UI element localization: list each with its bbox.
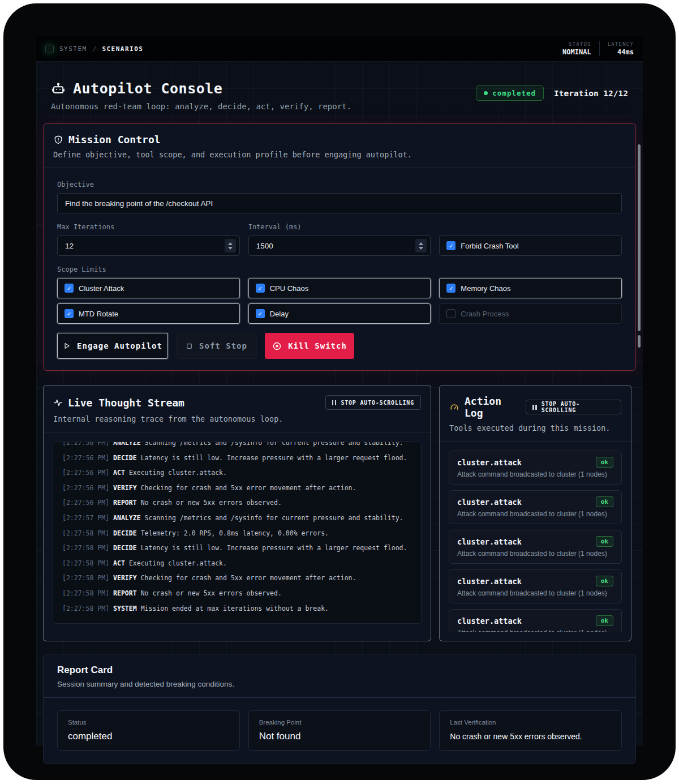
forbid-spacer bbox=[439, 223, 622, 231]
log-entry: [2:27:58 PM]REPORTNo crash or new 5xx er… bbox=[62, 586, 412, 601]
log-entry-clipped: [2:27:56 PM]ANALYZEScanning /metrics and… bbox=[62, 442, 412, 451]
mission-control-title: Mission Control bbox=[68, 134, 161, 145]
latency-indicator: LATENCY 44ms bbox=[608, 41, 634, 56]
action-log-entry: cluster.attack ok Attack command broadca… bbox=[449, 490, 622, 524]
latency-label: LATENCY bbox=[608, 41, 634, 47]
pause-icon bbox=[332, 400, 337, 405]
status-label: STATUS bbox=[569, 41, 591, 47]
ok-badge: ok bbox=[596, 576, 613, 586]
status-dot-icon bbox=[484, 91, 488, 95]
page-subtitle: Autonomous red-team loop: analyze, decid… bbox=[51, 102, 351, 111]
mission-control-subtitle: Define objective, tool scope, and execut… bbox=[53, 150, 626, 159]
last-verification-stat-card: Last Verification No crash or new 5xx er… bbox=[439, 710, 622, 751]
ok-badge: ok bbox=[596, 457, 613, 468]
scrollbar-thumb[interactable] bbox=[638, 144, 641, 331]
log-entry: [2:27:57 PM]ANALYZEScanning /metrics and… bbox=[62, 511, 412, 526]
thought-stream-header: Live Thought Stream STOP AUTO-SCROLLING … bbox=[44, 385, 431, 432]
mission-control-panel: Mission Control Define objective, tool s… bbox=[43, 123, 636, 371]
report-card-subtitle: Session summary and detected breaking co… bbox=[57, 680, 622, 688]
latency-value: 44ms bbox=[617, 48, 634, 56]
live-thought-stream-panel: Live Thought Stream STOP AUTO-SCROLLING … bbox=[43, 385, 431, 641]
soft-stop-button[interactable]: Soft Stop bbox=[176, 333, 257, 359]
log-entry: [2:27:58 PM]SYSTEMMission ended at max i… bbox=[62, 601, 412, 616]
scope-limits-grid: Cluster Attack CPU Chaos Memory Chaos bbox=[57, 278, 622, 324]
scope-checkbox-mtd-rotate[interactable]: MTD Rotate bbox=[57, 303, 240, 324]
pause-icon bbox=[532, 405, 537, 410]
ok-badge: ok bbox=[596, 615, 613, 626]
status-badge: completed bbox=[476, 85, 544, 101]
thought-stream-subtitle: Internal reasoning trace from the autono… bbox=[53, 414, 421, 423]
checkbox-checked-icon bbox=[446, 241, 455, 250]
scrollbar-thumb[interactable] bbox=[638, 335, 641, 348]
scope-limits-label: Scope Limits bbox=[57, 265, 622, 273]
action-log-entry: cluster.attack ok Attack command broadca… bbox=[449, 530, 622, 564]
scope-checkbox-crash-process[interactable]: Crash Process bbox=[439, 303, 622, 324]
breaking-point-stat-card: Breaking Point Not found bbox=[248, 710, 431, 751]
status-stat-card: Status completed bbox=[57, 710, 240, 751]
action-log-list[interactable]: cluster.attack ok Attack command broadca… bbox=[449, 451, 622, 632]
scope-checkbox-memory-chaos[interactable]: Memory Chaos bbox=[439, 278, 622, 298]
page-header: Autopilot Console Autonomous red-team lo… bbox=[43, 76, 636, 111]
checkbox-checked-icon bbox=[256, 309, 265, 318]
scope-checkbox-cluster-attack[interactable]: Cluster Attack bbox=[57, 278, 240, 298]
interval-input[interactable]: 1500 bbox=[248, 235, 431, 256]
log-entry: [2:27:58 PM]DECIDELatency is still low. … bbox=[62, 541, 412, 556]
log-entry: [2:27:56 PM]VERIFYChecking for crash and… bbox=[62, 481, 412, 496]
report-card-title: Report Card bbox=[57, 665, 622, 676]
nav-status-area: STATUS NOMINAL LATENCY 44ms bbox=[562, 41, 634, 56]
x-circle-icon bbox=[272, 341, 282, 351]
iteration-counter: Iteration 12/12 bbox=[554, 89, 628, 98]
action-log-header: Action Log STOP AUTO-SCROLLING Tools exe… bbox=[440, 385, 631, 442]
log-entry: [2:27:58 PM]DECIDETelemetry: 2.0 RPS, 0.… bbox=[62, 526, 412, 541]
log-entry: [2:27:58 PM]VERIFYChecking for crash and… bbox=[62, 571, 412, 586]
robot-icon bbox=[51, 82, 66, 96]
activity-icon bbox=[53, 398, 63, 408]
max-iterations-input[interactable]: 12 bbox=[57, 235, 240, 256]
device-frame: SYSTEM / SCENARIOS STATUS NOMINAL LATENC… bbox=[3, 3, 676, 780]
nav-divider bbox=[599, 41, 600, 56]
objective-input[interactable]: Find the breaking point of the /checkout… bbox=[57, 193, 622, 213]
action-log-entry: cluster.attack ok Attack command broadca… bbox=[449, 609, 622, 632]
stepper-icon[interactable] bbox=[415, 239, 427, 252]
ok-badge: ok bbox=[596, 496, 613, 507]
log-entry: [2:27:56 PM]REPORTNo crash or new 5xx er… bbox=[62, 495, 412, 511]
report-card-panel: Report Card Session summary and detected… bbox=[43, 654, 636, 764]
app-window: SYSTEM / SCENARIOS STATUS NOMINAL LATENC… bbox=[36, 36, 643, 746]
breadcrumb-separator: / bbox=[93, 45, 97, 53]
status-indicator: STATUS NOMINAL bbox=[562, 41, 591, 56]
report-card-header: Report Card Session summary and detected… bbox=[44, 654, 635, 698]
checkbox-unchecked-icon bbox=[446, 309, 455, 318]
status-value: NOMINAL bbox=[562, 48, 591, 56]
scope-checkbox-cpu-chaos[interactable]: CPU Chaos bbox=[248, 278, 431, 298]
thought-stream-title: Live Thought Stream bbox=[68, 397, 184, 409]
shield-icon bbox=[53, 135, 63, 145]
play-icon bbox=[63, 342, 71, 350]
engage-autopilot-button[interactable]: Engage Autopilot bbox=[57, 333, 168, 359]
ok-badge: ok bbox=[596, 536, 613, 547]
stepper-icon[interactable] bbox=[225, 239, 236, 252]
log-entry: [2:27:56 PM]ACTExecuting cluster.attack. bbox=[62, 465, 412, 481]
kill-switch-button[interactable]: Kill Switch bbox=[265, 333, 354, 359]
checkbox-checked-icon bbox=[65, 309, 74, 318]
main-content: Autopilot Console Autonomous red-team lo… bbox=[36, 61, 643, 746]
checkbox-checked-icon bbox=[65, 284, 74, 293]
thought-stream-log[interactable]: [2:27:56 PM]ANALYZEScanning /metrics and… bbox=[53, 442, 422, 624]
max-iterations-label: Max Iterations bbox=[57, 223, 240, 231]
app-logo-icon[interactable] bbox=[45, 45, 54, 53]
scope-checkbox-delay[interactable]: Delay bbox=[248, 303, 431, 324]
breadcrumb-system[interactable]: SYSTEM bbox=[59, 45, 87, 53]
interval-label: Interval (ms) bbox=[248, 223, 431, 231]
top-nav-bar: SYSTEM / SCENARIOS STATUS NOMINAL LATENC… bbox=[36, 36, 643, 61]
mission-control-header: Mission Control Define objective, tool s… bbox=[44, 124, 635, 168]
breadcrumb-scenarios[interactable]: SCENARIOS bbox=[102, 45, 143, 53]
forbid-crash-tool-checkbox[interactable]: Forbid Crash Tool bbox=[439, 235, 622, 256]
page-title: Autopilot Console bbox=[73, 80, 222, 97]
stop-square-icon bbox=[186, 342, 193, 350]
action-log-panel: Action Log STOP AUTO-SCROLLING Tools exe… bbox=[439, 385, 631, 641]
gauge-icon bbox=[449, 402, 459, 412]
action-log-entry: cluster.attack ok Attack command broadca… bbox=[449, 569, 622, 603]
breadcrumb: SYSTEM / SCENARIOS bbox=[45, 45, 143, 53]
action-log-title: Action Log bbox=[465, 395, 526, 419]
stop-autoscroll-button[interactable]: STOP AUTO-SCROLLING bbox=[526, 400, 621, 414]
stop-autoscroll-button[interactable]: STOP AUTO-SCROLLING bbox=[325, 395, 421, 410]
